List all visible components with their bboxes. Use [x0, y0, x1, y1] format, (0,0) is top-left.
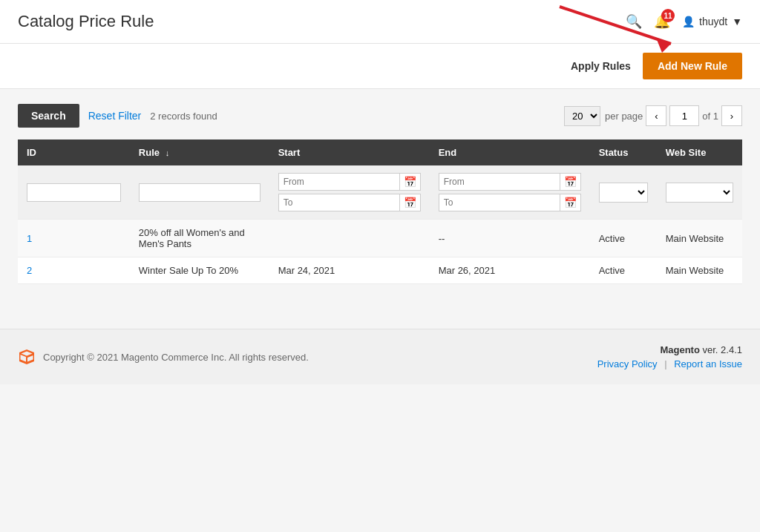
filter-end: 📅 📅 — [430, 165, 590, 220]
end-to-row: 📅 — [439, 194, 581, 211]
col-header-rule[interactable]: Rule ↓ — [130, 139, 269, 165]
global-search-button[interactable]: 🔍 — [626, 13, 642, 30]
table-row: 1 20% off all Women's and Men's Pants --… — [18, 220, 742, 257]
end-from-row: 📅 — [439, 173, 581, 191]
row-2-end: Mar 26, 2021 — [430, 257, 590, 284]
per-page-label: per page — [605, 111, 643, 122]
col-header-website: Web Site — [657, 139, 742, 165]
end-from-calendar-button[interactable]: 📅 — [560, 174, 580, 190]
footer-version: ver. 2.4.1 — [703, 344, 742, 355]
apply-rules-button[interactable]: Apply Rules — [571, 60, 631, 72]
col-header-start: Start — [269, 139, 430, 165]
search-bar: Search Reset Filter 2 records found 20 3… — [18, 104, 742, 128]
add-new-rule-button[interactable]: Add New Rule — [643, 53, 742, 79]
footer-copyright: Copyright © 2021 Magento Commerce Inc. A… — [43, 352, 309, 363]
start-from-calendar-button[interactable]: 📅 — [399, 174, 420, 190]
magento-logo-icon — [18, 348, 36, 366]
footer-links: Privacy Policy | Report an Issue — [597, 358, 742, 370]
page-number-input[interactable] — [669, 105, 699, 126]
row-2-status: Active — [590, 257, 657, 284]
search-icon: 🔍 — [626, 14, 642, 29]
footer-right: Magento ver. 2.4.1 Privacy Policy | Repo… — [597, 344, 742, 370]
toolbar: Apply Rules Add New Rule — [0, 44, 760, 89]
row-1-start — [269, 220, 430, 257]
col-header-end: End — [430, 139, 590, 165]
rule-filter-input[interactable] — [139, 183, 261, 202]
status-filter-select[interactable]: Active Inactive — [599, 183, 648, 203]
row-1-id: 1 — [18, 220, 130, 257]
row-1-end: -- — [430, 220, 590, 257]
filter-row: 📅 📅 📅 — [18, 165, 742, 220]
page-total: of 1 — [702, 111, 718, 122]
header-actions: 🔍 🔔 11 👤 thuydt ▼ — [626, 13, 742, 30]
col-header-id: ID — [18, 139, 130, 165]
user-icon: 👤 — [682, 16, 695, 27]
row-1-status: Active — [590, 220, 657, 257]
website-filter-select[interactable]: Main Website — [666, 183, 733, 203]
row-1-id-link[interactable]: 1 — [27, 233, 32, 244]
table-row: 2 Winter Sale Up To 20% Mar 24, 2021 Mar… — [18, 257, 742, 284]
chevron-down-icon: ▼ — [732, 16, 742, 27]
row-2-start: Mar 24, 2021 — [269, 257, 430, 284]
filter-status: Active Inactive — [590, 165, 657, 220]
page-footer: Copyright © 2021 Magento Commerce Inc. A… — [0, 329, 760, 384]
footer-brand: Magento — [660, 344, 699, 355]
filter-start: 📅 📅 — [269, 165, 430, 220]
start-to-input[interactable] — [279, 195, 399, 210]
footer-left: Copyright © 2021 Magento Commerce Inc. A… — [18, 348, 309, 366]
row-2-rule: Winter Sale Up To 20% — [130, 257, 269, 284]
start-from-input[interactable] — [279, 174, 399, 189]
reset-filter-button[interactable]: Reset Filter — [88, 110, 142, 122]
start-to-row: 📅 — [278, 194, 421, 211]
start-date-filter: 📅 📅 — [278, 173, 421, 211]
page-header: Catalog Price Rule 🔍 🔔 11 👤 thuydt ▼ — [0, 0, 760, 44]
row-2-id: 2 — [18, 257, 130, 284]
page-title: Catalog Price Rule — [18, 12, 154, 31]
notification-badge: 11 — [661, 9, 675, 22]
next-page-button[interactable]: › — [721, 105, 742, 126]
end-to-calendar-button[interactable]: 📅 — [560, 194, 580, 211]
table-header-row: ID Rule ↓ Start End Status Web Site — [18, 139, 742, 165]
privacy-policy-link[interactable]: Privacy Policy — [597, 358, 658, 370]
report-issue-link[interactable]: Report an Issue — [674, 358, 742, 370]
row-1-rule: 20% off all Women's and Men's Pants — [130, 220, 269, 257]
prev-page-button[interactable]: ‹ — [646, 105, 666, 126]
sort-icon: ↓ — [166, 148, 170, 157]
search-button[interactable]: Search — [18, 104, 79, 128]
notification-button[interactable]: 🔔 11 — [654, 13, 670, 30]
start-from-row: 📅 — [278, 173, 421, 191]
filter-rule — [130, 165, 269, 220]
row-1-website: Main Website — [657, 220, 742, 257]
user-name: thuydt — [699, 16, 727, 27]
filter-id — [18, 165, 130, 220]
per-page-selector: 20 30 50 per page — [564, 106, 643, 126]
row-2-website: Main Website — [657, 257, 742, 284]
start-to-calendar-button[interactable]: 📅 — [399, 194, 420, 211]
footer-separator: | — [664, 358, 666, 370]
end-date-filter: 📅 📅 — [439, 173, 581, 211]
data-table: ID Rule ↓ Start End Status Web Site — [18, 139, 742, 284]
user-menu-button[interactable]: 👤 thuydt ▼ — [682, 16, 742, 27]
content-area: Search Reset Filter 2 records found 20 3… — [0, 89, 760, 299]
col-header-status: Status — [590, 139, 657, 165]
records-count: 2 records found — [150, 111, 217, 122]
end-from-input[interactable] — [439, 174, 560, 189]
end-to-input[interactable] — [439, 195, 560, 210]
per-page-select[interactable]: 20 30 50 — [564, 106, 600, 126]
filter-website: Main Website — [657, 165, 742, 220]
row-2-id-link[interactable]: 2 — [27, 265, 32, 276]
pagination: 20 30 50 per page ‹ of 1 › — [564, 105, 742, 126]
id-filter-input[interactable] — [27, 183, 121, 202]
